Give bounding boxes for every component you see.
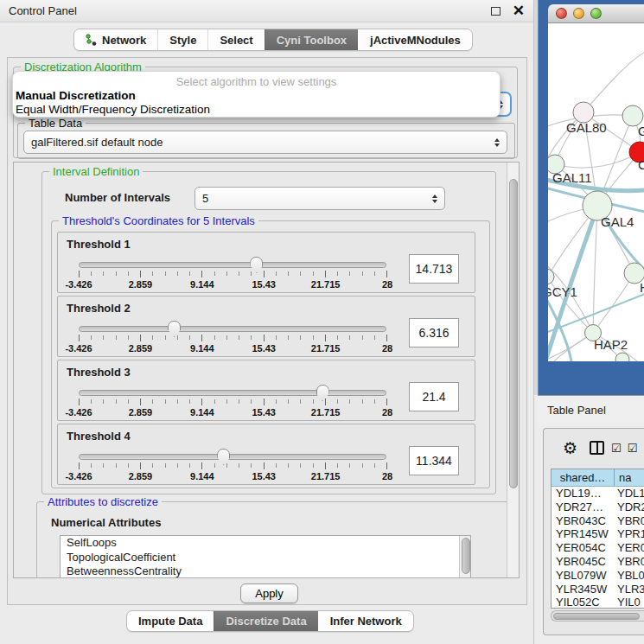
node-label: GA: [638, 124, 644, 138]
settings-scrollpane: Interval Definition Number of Intervals …: [13, 162, 520, 578]
node-label: HAP2: [594, 337, 628, 352]
threshold-2-slider: -3.426 2.859 9.144 15.43 21.715 28: [79, 321, 387, 355]
node-table: shared… na YDL19… YDL1 YDR27… YDR2 YBR04…: [551, 469, 644, 609]
interval-definition-legend: Interval Definition: [49, 165, 143, 178]
interval-definition-fieldset: Interval Definition Number of Intervals …: [41, 171, 496, 494]
node-label: H: [640, 280, 644, 295]
number-of-intervals-combobox[interactable]: 5: [194, 187, 445, 210]
threshold-4-value-field[interactable]: 11.344: [409, 446, 459, 475]
tick-label: 9.144: [190, 407, 214, 418]
tab-impute-data[interactable]: Impute Data: [127, 611, 214, 631]
algorithm-popup-prompt: Select algorithm to view settings: [13, 74, 500, 89]
tick-label: -3.426: [65, 279, 92, 290]
list-scrollbar[interactable]: [459, 536, 470, 578]
tab-discretize-data[interactable]: Discretize Data: [214, 611, 317, 631]
scrollbar-thumb[interactable]: [462, 538, 470, 574]
node-label: GCY1: [548, 284, 577, 299]
tab-network[interactable]: Network: [74, 29, 157, 50]
tick-label: 2.859: [129, 343, 153, 354]
algorithm-option-manual[interactable]: Manual Discretization: [13, 89, 500, 103]
slider-track[interactable]: [79, 262, 386, 268]
node-label: GAL80: [566, 120, 607, 135]
tick-label: 28: [382, 407, 392, 418]
threshold-4-slider: -3.426 2.859 9.144 15.43 21.715 28: [79, 449, 387, 483]
tab-jactivemnodules[interactable]: jActiveMNodules: [358, 29, 472, 50]
table-row[interactable]: YDL19… YDL1: [552, 487, 644, 501]
column-header-shared-name[interactable]: shared…: [552, 469, 615, 486]
float-window-icon[interactable]: [491, 7, 501, 16]
table-row[interactable]: YPR145W YPR1: [552, 527, 644, 541]
zoom-window-icon[interactable]: [590, 8, 602, 19]
threshold-2-value-field[interactable]: 6.316: [409, 318, 459, 348]
tick-label: 2.859: [129, 407, 153, 418]
tab-network-label: Network: [102, 34, 146, 47]
tick-label: -3.426: [65, 407, 92, 418]
tick-label: 28: [382, 471, 392, 481]
attributes-fieldset: Attributes to discretize Numerical Attri…: [36, 501, 508, 578]
column-header-name[interactable]: na: [615, 469, 644, 486]
threshold-3-value-field[interactable]: 21.4: [409, 382, 459, 411]
tick-label: 15.43: [252, 407, 276, 418]
tab-cyni-toolbox[interactable]: Cyni Toolbox: [265, 29, 358, 50]
scrollbar-thumb[interactable]: [509, 179, 518, 488]
gear-icon[interactable]: ⚙: [563, 438, 577, 458]
table-row[interactable]: YIL052C YIL0: [552, 596, 644, 609]
columns-icon[interactable]: [590, 441, 604, 455]
number-of-intervals-value: 5: [202, 192, 427, 205]
threshold-3-title: Threshold 3: [67, 366, 131, 379]
table-row[interactable]: YBL079W YBL0: [552, 569, 644, 583]
tick-label: 15.43: [252, 279, 276, 290]
tick-label: 2.859: [129, 471, 153, 481]
control-panel-titlebar: Control Panel ✕: [0, 0, 533, 22]
list-item[interactable]: BetweennessCentrality: [61, 564, 470, 578]
list-item[interactable]: SelfLoops: [61, 536, 470, 551]
threshold-3-slider: -3.426 2.859 9.144 15.43 21.715 28: [79, 385, 387, 419]
cyni-toolbox-panel: Discretization Algorithm Table Data galF…: [7, 57, 527, 605]
apply-button[interactable]: Apply: [240, 583, 298, 603]
bottom-tabbar: Impute Data Discretize Data Infer Networ…: [126, 610, 414, 632]
threshold-3-panel: Threshold 3 -3.426 2.859 9.144 15.43 21.…: [57, 360, 475, 421]
threshold-4-title: Threshold 4: [67, 430, 131, 443]
threshold-1-value-field[interactable]: 14.713: [409, 254, 459, 284]
table-panel-title: Table Panel: [547, 404, 606, 417]
table-row[interactable]: YLR345W YLR3: [552, 583, 644, 596]
select-none-checkbox-icon[interactable]: ☑: [628, 442, 637, 455]
close-icon[interactable]: ✕: [513, 7, 525, 16]
scrollbar-thumb[interactable]: [553, 613, 640, 620]
tick-label: 9.144: [190, 279, 214, 290]
network-window-titlebar[interactable]: [548, 4, 644, 23]
network-view-window[interactable]: GAL80 GA C GAL11 GAL4 GCY1 H HAP2: [538, 0, 644, 395]
thresholds-legend: Threshold's Coordinates for 5 Intervals: [59, 214, 258, 227]
tab-select[interactable]: Select: [207, 29, 264, 50]
network-canvas[interactable]: GAL80 GA C GAL11 GAL4 GCY1 H HAP2: [548, 23, 644, 361]
table-row[interactable]: YDR27… YDR2: [552, 501, 644, 514]
table-horizontal-scrollbar[interactable]: [551, 610, 644, 622]
stepper-arrows-icon: [432, 194, 437, 203]
table-row[interactable]: YER054C YER0: [552, 541, 644, 555]
table-row[interactable]: YBR043C YBR0: [552, 514, 644, 528]
threshold-1-title: Threshold 1: [67, 238, 131, 251]
table-data-combobox[interactable]: galFiltered.sif default node: [23, 131, 507, 154]
tick-label: -3.426: [65, 343, 92, 354]
close-window-icon[interactable]: [556, 8, 567, 19]
settings-scrollbar[interactable]: [507, 163, 519, 577]
table-row[interactable]: YBR045C YBR0: [552, 555, 644, 569]
tick-label: 9.144: [190, 471, 214, 481]
numerical-attributes-list[interactable]: SelfLoops TopologicalCoefficient Between…: [60, 535, 471, 578]
network-graph: GAL80 GA C GAL11 GAL4 GCY1 H HAP2: [548, 23, 644, 361]
list-item[interactable]: TopologicalCoefficient: [61, 551, 470, 565]
slider-track[interactable]: [79, 454, 386, 460]
minimize-window-icon[interactable]: [573, 8, 584, 19]
tick-label: 15.43: [252, 343, 276, 354]
slider-track[interactable]: [79, 326, 386, 332]
table-data-value: galFiltered.sif default node: [31, 136, 489, 149]
slider-track[interactable]: [79, 390, 386, 396]
select-all-checkbox-icon[interactable]: ☑: [611, 442, 621, 455]
tab-infer-network[interactable]: Infer Network: [318, 611, 413, 631]
tab-style[interactable]: Style: [157, 29, 207, 50]
control-panel: Control Panel ✕ Network Style Select Cyn…: [0, 0, 534, 644]
algorithm-option-equal-width[interactable]: Equal Width/Frequency Discretization: [13, 103, 500, 117]
table-toolbar: ⚙ ☑ ☑: [544, 429, 644, 467]
table-data-legend: Table Data: [25, 117, 86, 130]
tick-label: 15.43: [252, 471, 276, 481]
